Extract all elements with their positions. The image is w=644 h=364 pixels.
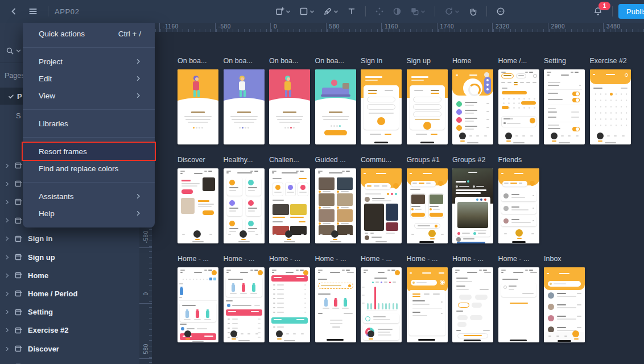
canvas-frame[interactable] [407,267,448,342]
mask-icon[interactable] [390,5,404,18]
menu-item-view[interactable]: View [23,87,155,104]
frame-label[interactable]: Setting [544,57,588,65]
canvas-frame[interactable] [224,69,265,144]
frame-label[interactable]: Home - ... [407,255,451,263]
frame-label[interactable]: Commu... [361,156,405,164]
canvas-frame[interactable] [361,267,402,342]
components-icon[interactable] [373,5,386,18]
canvas-frame[interactable] [269,267,310,342]
layer-row[interactable]: Home / Period [0,285,139,302]
chevron-down-icon[interactable] [309,9,315,14]
frame-label[interactable]: Groups #2 [452,156,497,164]
frame-label[interactable]: Home - ... [224,255,268,263]
canvas-frame[interactable] [177,69,218,144]
sidebar-search[interactable] [6,47,21,55]
hand-tool-icon[interactable] [466,5,480,18]
frame-label[interactable]: Home /... [498,57,543,65]
page-item[interactable]: S [16,111,21,120]
canvas-frame[interactable] [590,69,631,144]
pen-tool-icon[interactable] [321,5,341,18]
menu-item-resort-frames[interactable]: Resort frames [23,143,155,160]
canvas-frame[interactable] [452,69,493,144]
chevron-right-icon[interactable] [5,255,10,260]
chevron-right-icon[interactable] [5,328,10,333]
canvas-frame[interactable] [452,168,493,243]
canvas-frame[interactable] [407,168,448,243]
frame-label[interactable]: On boa... [269,57,313,65]
canvas-frame[interactable] [177,267,218,342]
chevron-right-icon[interactable] [5,273,10,278]
frame-label[interactable]: Home - ... [452,255,497,263]
layer-row[interactable]: Sign in [0,230,139,247]
menu-item-libraries[interactable]: Libraries [23,115,155,132]
frame-label[interactable]: Healthy... [224,156,268,164]
chevron-right-icon[interactable] [5,163,10,168]
frame-label[interactable]: Groups #1 [407,156,451,164]
layer-row[interactable]: Exercise #2 [0,322,139,339]
chevron-right-icon[interactable] [5,218,10,223]
menu-item-project[interactable]: Project [23,53,155,70]
canvas-frame[interactable] [315,267,356,342]
frame-label[interactable]: Home - ... [177,255,222,263]
frame-label[interactable]: Challen... [269,156,313,164]
menu-item-help[interactable]: Help [23,205,155,222]
frame-label[interactable]: On boa... [315,57,360,65]
publish-button[interactable]: Publish [618,4,644,19]
reset-instance-icon[interactable] [442,5,462,18]
chevron-right-icon[interactable] [5,309,10,315]
canvas-frame[interactable] [315,168,356,243]
frame-label[interactable]: Inbox [544,255,588,263]
frame-label[interactable]: On boa... [224,57,268,65]
canvas-frame[interactable] [544,69,585,144]
canvas-frame[interactable] [452,267,493,342]
frame-label[interactable]: Exercise #2 [590,57,634,65]
chevron-right-icon[interactable] [5,181,10,187]
canvas-frame[interactable] [361,168,402,243]
boolean-group-icon[interactable] [408,5,428,18]
layer-row[interactable]: Healthy & Fitness Stats [0,358,139,364]
menu-item-assistants[interactable]: Assistants [23,188,155,205]
chevron-right-icon[interactable] [5,346,10,351]
chevron-right-icon[interactable] [5,291,10,296]
layer-row[interactable]: Discover [0,340,139,357]
main-menu-button[interactable] [25,3,41,19]
frame-label[interactable]: On boa... [177,57,222,65]
menu-item-edit[interactable]: Edit [23,70,155,87]
shape-tool-icon[interactable] [297,5,317,18]
comments-icon[interactable] [494,5,507,18]
back-button[interactable] [6,3,22,19]
frame-label[interactable]: Home [452,57,497,65]
frame-label[interactable]: Sign up [407,57,451,65]
canvas-frame[interactable] [224,168,265,243]
frame-tool-icon[interactable] [273,5,293,18]
canvas-frame[interactable] [269,69,310,144]
chevron-down-icon[interactable] [455,9,460,14]
canvas-frame[interactable] [544,267,585,342]
canvas-frame[interactable] [224,267,265,342]
text-tool-icon[interactable] [345,5,358,18]
canvas-frame[interactable] [407,69,448,144]
frame-label[interactable]: Home - ... [315,255,360,263]
frame-label[interactable]: Friends [498,156,543,164]
canvas-frame[interactable] [315,69,356,144]
menu-item-quick-actions[interactable]: Quick actions Ctrl + / [23,25,155,42]
chevron-right-icon[interactable] [5,236,10,241]
frame-label[interactable]: Home - ... [361,255,405,263]
chevron-down-icon[interactable] [286,9,291,14]
canvas-frame[interactable] [498,267,539,342]
canvas-frame[interactable] [269,168,310,243]
frame-label[interactable]: Sign in [361,57,405,65]
layer-row[interactable]: Sign up [0,249,139,266]
layer-row[interactable]: Home [0,267,139,284]
frame-label[interactable]: Discover [177,156,222,164]
frame-label[interactable]: Home - ... [498,255,543,263]
canvas-frame[interactable] [361,69,402,144]
canvas-frame[interactable] [498,168,539,243]
chevron-right-icon[interactable] [5,200,10,205]
menu-item-find-and-replace-colors[interactable]: Find and replace colors [23,160,155,177]
canvas-frame[interactable] [177,168,218,243]
chevron-down-icon[interactable] [333,9,338,14]
frame-label[interactable]: Home - ... [269,255,313,263]
chevron-down-icon[interactable] [420,9,426,14]
layer-row[interactable]: Setting [0,304,139,321]
